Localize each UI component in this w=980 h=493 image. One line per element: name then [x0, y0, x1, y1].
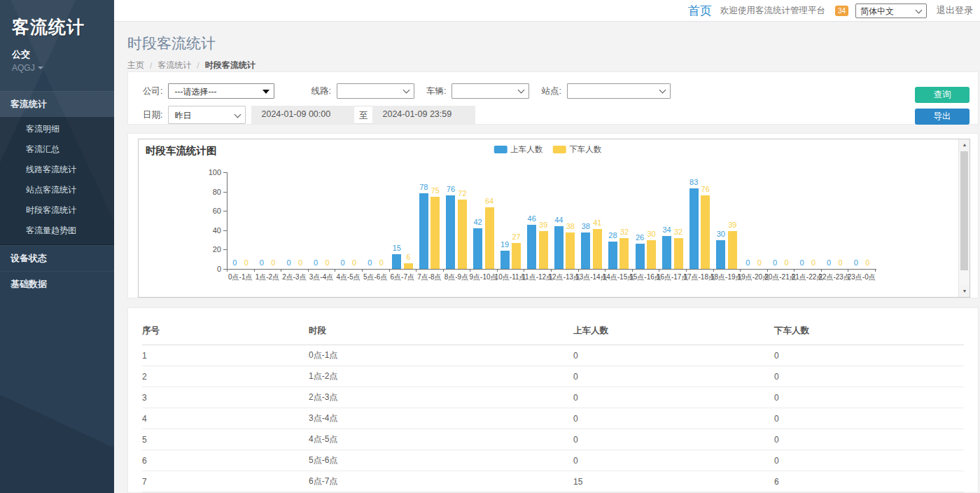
bar-value-label: 0 — [325, 258, 329, 267]
bar-下车人数 — [485, 207, 494, 269]
date-range-select[interactable]: 昨日 — [168, 106, 246, 124]
export-button[interactable]: 导出 — [915, 109, 969, 125]
bar-value-label: 0 — [271, 258, 275, 267]
sidebar-item-2[interactable]: 基础数据 — [0, 271, 114, 297]
bar-value-label: 0 — [232, 258, 237, 267]
legend-item-boarding[interactable]: 上车人数 — [493, 144, 542, 155]
table-cell: 3 — [142, 387, 309, 408]
chart-scrollbar[interactable]: ▲ ▼ — [958, 139, 969, 297]
company-select-value: ---请选择--- — [174, 87, 216, 97]
bar-value-label: 0 — [379, 258, 384, 267]
breadcrumb-link[interactable]: 主页 — [127, 60, 144, 71]
breadcrumb-link[interactable]: 客流统计 — [158, 60, 191, 71]
x-axis-label: 7点-8点 — [417, 272, 441, 282]
bar-value-label: 39 — [728, 221, 736, 229]
y-axis-label: 0 — [199, 265, 221, 273]
line-select[interactable] — [337, 83, 414, 99]
bar-上车人数 — [554, 226, 564, 269]
table-body: 10点-1点0021点-2点0032点-3点0043点-4点0054点-5点00… — [142, 345, 964, 492]
table-row: 54点-5点00 — [142, 429, 964, 450]
legend-item-alighting[interactable]: 下车人数 — [552, 144, 601, 155]
bar-value-label: 0 — [746, 258, 750, 267]
x-axis-tick — [416, 269, 416, 272]
sidebar-subitem[interactable]: 客流明细 — [0, 119, 114, 139]
home-link[interactable]: 首页 — [688, 3, 712, 19]
x-axis-tick — [308, 269, 309, 272]
x-axis-label: 0点-1点 — [228, 272, 252, 282]
table-cell: 0 — [573, 345, 774, 366]
table-cell: 0点-1点 — [309, 345, 573, 366]
x-axis-label: 23点-0点 — [848, 272, 876, 282]
bar-下车人数 — [701, 195, 710, 269]
sidebar-subitem[interactable]: 客流汇总 — [0, 139, 114, 160]
sidebar-subitem[interactable]: 站点客流统计 — [0, 180, 114, 200]
table-cell: 0 — [573, 450, 774, 471]
bar-上车人数 — [473, 228, 482, 269]
language-select[interactable]: 简体中文 — [855, 4, 927, 18]
scroll-up-icon[interactable]: ▲ — [959, 139, 970, 151]
vehicle-select[interactable] — [451, 83, 529, 99]
sidebar-brand-area: 客流统计 公交 AQGJ — [0, 0, 114, 83]
x-axis-tick — [848, 269, 848, 272]
bar-value-label: 83 — [690, 178, 698, 186]
bar-value-label: 30 — [647, 230, 655, 238]
x-axis-tick — [335, 269, 335, 272]
logout-link[interactable]: 退出登录 — [937, 4, 973, 17]
table-cell: 3点-4点 — [309, 408, 573, 429]
bar-下车人数 — [404, 263, 413, 269]
sidebar-item-1[interactable]: 设备状态 — [0, 245, 114, 271]
vehicle-label: 车辆: — [426, 85, 446, 97]
table-header-cell: 下车人数 — [774, 315, 964, 345]
x-axis-tick — [578, 269, 579, 272]
chart-panel: 时段车流统计图 上车人数 下车人数 0204060801000点-1点001点-… — [127, 133, 979, 298]
bar-value-label: 0 — [865, 258, 869, 267]
legend-swatch-blue — [493, 146, 507, 153]
x-axis-tick — [659, 269, 659, 272]
station-select[interactable] — [567, 83, 671, 99]
chart-title: 时段车流统计图 — [146, 144, 217, 158]
bar-上车人数 — [690, 188, 699, 269]
x-axis-label: 1点-2点 — [255, 272, 279, 282]
scrollbar-thumb[interactable] — [960, 151, 968, 270]
org-code-dropdown[interactable]: AQGJ — [12, 63, 102, 73]
sidebar-subitem[interactable]: 线路客流统计 — [0, 160, 114, 180]
sidebar-item-0[interactable]: 客流统计 — [0, 91, 114, 117]
bar-value-label: 15 — [393, 244, 401, 252]
query-button[interactable]: 查询 — [915, 87, 969, 103]
company-select[interactable]: ---请选择--- — [168, 83, 274, 99]
legend-label: 上车人数 — [510, 144, 542, 155]
table-header-cell: 上车人数 — [573, 315, 774, 345]
welcome-text: 欢迎使用客流统计管理平台 — [720, 5, 825, 17]
x-axis-tick — [821, 269, 822, 272]
bar-value-label: 0 — [839, 258, 843, 267]
bar-上车人数 — [500, 251, 510, 269]
x-axis-tick — [551, 269, 552, 272]
legend-swatch-yellow — [552, 146, 566, 153]
table-cell: 6 — [774, 471, 964, 492]
bar-value-label: 0 — [854, 258, 858, 267]
bar-上车人数 — [581, 232, 590, 269]
bar-value-label: 0 — [314, 258, 318, 267]
table-cell: 0 — [774, 366, 964, 387]
chart-legend: 上车人数 下车人数 — [493, 144, 601, 155]
x-axis-label: 8点-9点 — [444, 272, 468, 282]
table-cell: 0 — [573, 387, 774, 408]
sidebar-subitem[interactable]: 客流量趋势图 — [0, 221, 114, 241]
filter-panel: 公司: ---请选择--- 线路: 车辆: 站点: 日期: — [127, 71, 979, 125]
table-cell: 0 — [774, 387, 964, 408]
table-cell: 0 — [774, 408, 964, 429]
chevron-down-icon — [403, 87, 410, 94]
date-to-input[interactable]: 2024-01-09 23:59 — [372, 106, 475, 124]
x-axis-tick — [443, 269, 444, 272]
y-axis-tick — [223, 172, 227, 173]
dropdown-arrow-icon — [262, 90, 270, 94]
bar-上车人数 — [392, 254, 401, 269]
table-row: 10点-1点00 — [142, 345, 964, 366]
scroll-down-icon[interactable]: ▼ — [959, 286, 970, 297]
date-from-input[interactable]: 2024-01-09 00:00 — [251, 106, 354, 124]
table-row: 21点-2点00 — [142, 366, 964, 387]
date-range-value: 昨日 — [174, 111, 191, 120]
bar-value-label: 34 — [663, 225, 671, 234]
x-axis-tick — [389, 269, 390, 272]
sidebar-subitem[interactable]: 时段客流统计 — [0, 200, 114, 221]
